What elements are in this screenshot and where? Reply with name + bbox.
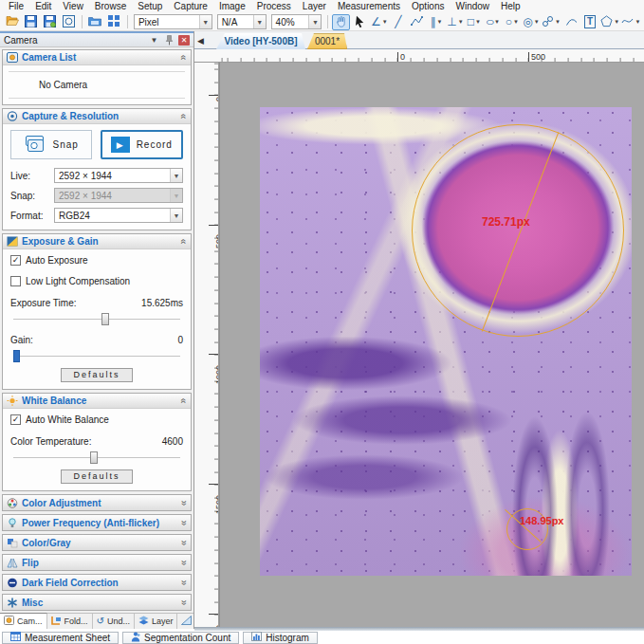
- color-temp-slider[interactable]: [13, 451, 180, 465]
- circle-icon: ○: [506, 16, 512, 28]
- auto-wb-checkbox[interactable]: ✓: [10, 414, 21, 425]
- menu-process[interactable]: Process: [251, 0, 297, 13]
- menu-browse[interactable]: Browse: [89, 0, 132, 13]
- tab-layer[interactable]: Layer: [135, 614, 178, 629]
- menu-help[interactable]: Help: [495, 0, 526, 13]
- tab-undo-redo[interactable]: ↺ Und...: [93, 614, 135, 629]
- section-header-dark-field[interactable]: Dark Field Correction «: [3, 575, 191, 590]
- close-icon[interactable]: ✕: [178, 35, 190, 46]
- menu-view[interactable]: View: [57, 0, 89, 13]
- calibration-combo[interactable]: ▼N/A: [217, 14, 267, 29]
- perpendicular-tool-button[interactable]: ⊥▼: [446, 14, 464, 30]
- format-combo[interactable]: RGB24▼: [54, 208, 183, 223]
- panel-title: Camera: [4, 35, 145, 46]
- record-button[interactable]: ▶ Record: [101, 130, 184, 159]
- section-dark-field: Dark Field Correction «: [2, 574, 192, 591]
- save-button[interactable]: [22, 14, 40, 30]
- measurement-sheet-tab[interactable]: Measurement Sheet: [2, 632, 119, 644]
- section-header-exposure[interactable]: Exposure & Gain «: [3, 234, 191, 249]
- gain-row: Gain: 0: [3, 328, 191, 347]
- pin-icon[interactable]: [163, 34, 175, 46]
- open-file-button[interactable]: [3, 14, 21, 30]
- measure-circle-large[interactable]: [412, 124, 624, 337]
- menu-image[interactable]: Image: [213, 0, 251, 13]
- camera-list-body: No Camera: [3, 65, 191, 104]
- menu-window[interactable]: Window: [450, 0, 495, 13]
- polyline-tool-button[interactable]: [408, 14, 426, 30]
- segmentation-count-tab[interactable]: Segmentation Count: [122, 632, 239, 644]
- chevron-down-icon: ▼: [534, 19, 540, 25]
- section-title: Camera List: [22, 52, 177, 63]
- curve-tool-button[interactable]: ▼: [621, 14, 641, 30]
- menu-setup[interactable]: Setup: [132, 0, 168, 13]
- exposure-defaults-button[interactable]: Defaults: [61, 368, 133, 382]
- wb-defaults-button[interactable]: Defaults: [61, 469, 133, 484]
- menu-file[interactable]: File: [3, 0, 29, 13]
- hand-tool-button[interactable]: [332, 14, 350, 30]
- save-as-button[interactable]: [41, 14, 59, 30]
- collapse-icon: «: [179, 114, 190, 120]
- section-title: Power Frequency (Anti-flicker): [22, 518, 177, 528]
- thumbnail-grid-button[interactable]: [105, 14, 123, 30]
- circle-tool-button[interactable]: ○▼: [503, 14, 521, 30]
- polygon-tool-button[interactable]: ▼: [600, 14, 620, 30]
- section-title: Misc: [22, 598, 177, 608]
- angle-icon: ∠: [371, 16, 381, 28]
- section-header-misc[interactable]: Misc «: [3, 595, 191, 610]
- image-preview-button[interactable]: [60, 14, 78, 30]
- ring-link-tool-button[interactable]: ▼: [541, 14, 561, 30]
- section-title: Exposure & Gain: [22, 236, 177, 247]
- slider-thumb[interactable]: [90, 451, 98, 464]
- section-header-capture[interactable]: Capture & Resolution «: [3, 109, 191, 124]
- tab-video[interactable]: Video [HY-500B]: [216, 33, 305, 49]
- pixel-unit-combo[interactable]: Pixel▼: [134, 14, 212, 29]
- section-header-white-balance[interactable]: White Balance «: [3, 394, 191, 409]
- image-canvas[interactable]: 725.71px 148.95px: [219, 63, 644, 627]
- collapse-icon: «: [179, 239, 190, 245]
- section-header-color-adjustment[interactable]: Color Adjustment «: [3, 495, 191, 510]
- section-header-flip[interactable]: Flip «: [3, 555, 191, 570]
- line-tool-button[interactable]: ╱: [389, 14, 407, 30]
- camera-panel: Camera ▼ ✕ Camera List « No Camera Captu…: [0, 31, 194, 629]
- ellipse-tool-button[interactable]: ○▼: [484, 14, 502, 30]
- exposure-time-slider[interactable]: [13, 312, 180, 326]
- measure-label-small[interactable]: 148.95px: [520, 515, 563, 526]
- histogram-tab[interactable]: Histogram: [243, 632, 318, 644]
- menu-layer[interactable]: Layer: [297, 0, 332, 13]
- section-header-power-frequency[interactable]: Power Frequency (Anti-flicker) «: [3, 515, 191, 530]
- section-title: Dark Field Correction: [22, 578, 177, 588]
- live-resolution-value: 2592 × 1944: [55, 171, 170, 181]
- snap-button[interactable]: Snap: [10, 130, 92, 159]
- menu-measurements[interactable]: Measurements: [332, 0, 406, 13]
- concentric-circles-tool-button[interactable]: ◎▼: [522, 14, 540, 30]
- select-tool-button[interactable]: [351, 14, 369, 30]
- snap-resolution-row: Snap: 2592 × 1944▼: [3, 186, 191, 205]
- low-light-checkbox[interactable]: [10, 276, 21, 286]
- menu-capture[interactable]: Capture: [168, 0, 213, 13]
- rectangle-tool-button[interactable]: □▼: [465, 14, 483, 30]
- tab-capture-0001[interactable]: 0001*: [307, 33, 347, 49]
- zoom-combo[interactable]: ▼40%: [271, 14, 322, 29]
- gain-slider[interactable]: [13, 349, 180, 363]
- tab-camera[interactable]: Cam...: [0, 613, 47, 629]
- text-tool-button[interactable]: T: [581, 14, 599, 30]
- panel-menu-icon[interactable]: ▼: [148, 34, 160, 46]
- parallel-lines-tool-button[interactable]: ∥▼: [427, 14, 445, 30]
- slider-thumb[interactable]: [13, 350, 20, 362]
- zoom-value: 40%: [272, 17, 309, 28]
- tab-folders[interactable]: Fold...: [47, 614, 93, 629]
- layers-icon: [138, 616, 149, 627]
- slider-thumb[interactable]: [101, 313, 109, 325]
- live-resolution-combo[interactable]: 2592 × 1944▼: [54, 168, 183, 183]
- section-header-camera-list[interactable]: Camera List «: [3, 50, 191, 65]
- measure-label-large[interactable]: 725.71px: [482, 215, 530, 229]
- section-header-color-gray[interactable]: Color/Gray «: [3, 535, 191, 550]
- menu-edit[interactable]: Edit: [29, 0, 57, 13]
- angle-tool-button[interactable]: ∠▼: [370, 14, 388, 30]
- browse-button[interactable]: [86, 14, 104, 30]
- auto-exposure-checkbox[interactable]: ✓: [10, 255, 21, 266]
- color-adjustment-icon: [7, 498, 18, 508]
- arc-tool-button[interactable]: [562, 14, 580, 30]
- menu-options[interactable]: Options: [406, 0, 450, 13]
- tab-scroll-left-icon[interactable]: ◀: [197, 35, 207, 46]
